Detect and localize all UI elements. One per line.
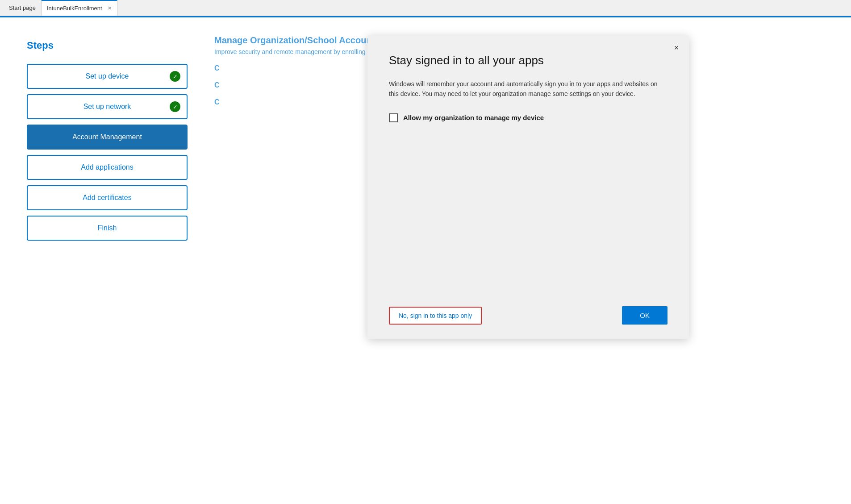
step-setup-device[interactable]: Set up device ✓	[27, 64, 188, 89]
step-finish[interactable]: Finish	[27, 216, 188, 241]
step-setup-device-label: Set up device	[86, 72, 129, 80]
right-area: Manage Organization/School Accounts Impr…	[214, 35, 824, 486]
modal-overlay: × Stay signed in to all your apps Window…	[205, 35, 851, 504]
step-setup-network-label: Set up network	[83, 103, 131, 111]
step-setup-network[interactable]: Set up network ✓	[27, 94, 188, 119]
step-account-management-label: Account Management	[72, 133, 142, 141]
modal-spacer	[389, 140, 667, 283]
tab-intune-label: IntuneBulkEnrollment	[47, 5, 102, 12]
step-account-management[interactable]: Account Management	[27, 125, 188, 150]
modal-dialog: × Stay signed in to all your apps Window…	[367, 35, 689, 339]
modal-close-button[interactable]: ×	[670, 42, 683, 54]
ok-label: OK	[640, 312, 650, 319]
sign-in-app-only-label: No, sign in to this app only	[399, 312, 472, 319]
steps-sidebar: Steps Set up device ✓ Set up network ✓ A…	[27, 35, 188, 486]
step-setup-device-check: ✓	[170, 71, 180, 82]
modal-footer: No, sign in to this app only OK	[389, 306, 667, 325]
close-icon: ×	[674, 43, 679, 53]
tab-intune[interactable]: IntuneBulkEnrollment ✕	[42, 0, 117, 16]
step-add-applications-label: Add applications	[81, 163, 133, 171]
steps-title: Steps	[27, 40, 188, 51]
step-add-applications[interactable]: Add applications	[27, 155, 188, 180]
modal-description: Windows will remember your account and a…	[389, 79, 667, 99]
tab-start[interactable]: Start page	[4, 0, 42, 16]
checkbox-row: Allow my organization to manage my devic…	[389, 113, 667, 122]
modal-title: Stay signed in to all your apps	[389, 53, 667, 68]
tab-close-icon[interactable]: ✕	[108, 5, 112, 11]
step-add-certificates[interactable]: Add certificates	[27, 185, 188, 210]
step-setup-network-check: ✓	[170, 101, 180, 112]
main-content: Steps Set up device ✓ Set up network ✓ A…	[0, 17, 851, 504]
step-finish-label: Finish	[98, 224, 117, 232]
step-add-certificates-label: Add certificates	[83, 194, 131, 202]
ok-button[interactable]: OK	[622, 306, 667, 325]
checkbox-label: Allow my organization to manage my devic…	[403, 114, 544, 121]
title-bar: Start page IntuneBulkEnrollment ✕	[0, 0, 851, 16]
sign-in-app-only-button[interactable]: No, sign in to this app only	[389, 307, 482, 325]
tab-start-label: Start page	[9, 4, 36, 11]
manage-device-checkbox[interactable]	[389, 113, 398, 122]
